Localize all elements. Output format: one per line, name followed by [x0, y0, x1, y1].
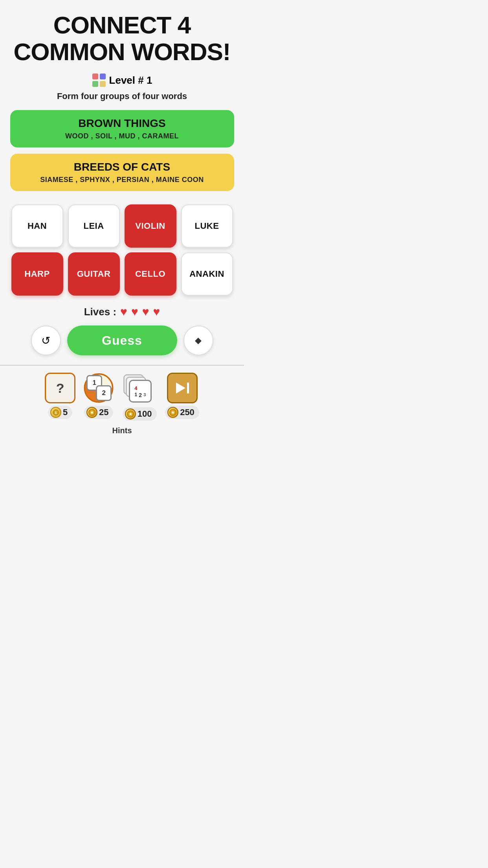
heart-4: ♥ [153, 305, 160, 318]
game-subtitle: Form four groups of four words [57, 91, 187, 101]
controls-row: ↺ Guess ◆ [31, 326, 213, 355]
hint-skip-value: 250 [180, 407, 194, 417]
svg-text:★: ★ [128, 412, 133, 416]
coin-icon-4: ★ [167, 407, 178, 418]
page-title: CONNECT 4 COMMON WORDS! [14, 12, 231, 65]
word-tile-violin[interactable]: VIOLIN [125, 204, 176, 248]
hint-question-card[interactable]: ? [45, 373, 75, 403]
shuffle-icon: ↺ [41, 334, 50, 347]
svg-text:★: ★ [171, 410, 175, 415]
category-breeds-words: SIAMESE , SPHYNX , PERSIAN , MAINE COON [18, 176, 226, 184]
hint-multi[interactable]: 4 1 3 2 ★ 100 [122, 373, 157, 421]
hint-skip-icon [167, 373, 198, 403]
heart-1: ♥ [120, 305, 127, 318]
category-brown-things: BROWN THINGS WOOD , SOIL , MUD , CARAMEL [10, 110, 234, 147]
category-brown-things-words: WOOD , SOIL , MUD , CARAMEL [18, 132, 226, 140]
erase-icon: ◆ [195, 335, 202, 346]
erase-button[interactable]: ◆ [183, 326, 213, 355]
level-label: Level # 1 [109, 74, 152, 86]
coin-icon-3: ★ [125, 408, 136, 419]
lives-row: Lives : ♥ ♥ ♥ ♥ [84, 305, 160, 318]
hint-question-cost: $ 5 [48, 406, 72, 419]
word-tile-cello[interactable]: CELLO [125, 252, 176, 296]
hint-swap-card[interactable]: 1 2 [83, 373, 114, 403]
hint-question[interactable]: ? $ 5 [45, 373, 75, 421]
hint-skip-cost: ★ 250 [165, 406, 199, 419]
word-tile-leia[interactable]: LEIA [68, 204, 120, 248]
hint-swap-value: 25 [99, 407, 108, 417]
coin-icon-2: ★ [86, 407, 97, 418]
heart-2: ♥ [131, 305, 138, 318]
svg-rect-2 [92, 81, 98, 87]
word-tile-harp[interactable]: HARP [11, 252, 63, 296]
svg-rect-12 [187, 383, 189, 394]
svg-text:★: ★ [90, 410, 94, 415]
shuffle-button[interactable]: ↺ [31, 326, 61, 355]
svg-marker-11 [176, 383, 185, 394]
hint-multi-value: 100 [138, 409, 152, 419]
svg-rect-1 [100, 74, 106, 79]
hint-multi-card[interactable]: 4 1 3 2 [122, 373, 157, 405]
svg-text:$: $ [55, 411, 57, 415]
skip-icon [174, 380, 190, 396]
hint-skip-card[interactable] [167, 373, 198, 403]
lives-label: Lives : [84, 306, 116, 318]
word-tile-han[interactable]: HAN [11, 204, 63, 248]
hint-multi-cost: ★ 100 [123, 407, 157, 421]
word-tile-luke[interactable]: LUKE [181, 204, 233, 248]
grid-icon [92, 73, 106, 87]
hints-section: ? $ 5 1 2 ★ [0, 365, 244, 435]
svg-rect-0 [92, 74, 98, 79]
guess-button[interactable]: Guess [67, 326, 177, 355]
coin-icon-1: $ [50, 407, 61, 418]
hint-skip[interactable]: ★ 250 [165, 373, 199, 421]
category-brown-things-title: BROWN THINGS [18, 117, 226, 130]
level-row: Level # 1 [92, 73, 152, 87]
hint-swap-cost: ★ 25 [84, 406, 113, 419]
category-breeds-title: BREEDS OF CATS [18, 161, 226, 173]
heart-3: ♥ [142, 305, 149, 318]
svg-rect-3 [100, 81, 106, 87]
word-grid: HANLEIAVIOLINLUKEHARPGUITARCELLOANAKIN [11, 204, 233, 296]
category-breeds-of-cats: BREEDS OF CATS SIAMESE , SPHYNX , PERSIA… [10, 154, 234, 191]
hints-row: ? $ 5 1 2 ★ [45, 373, 199, 421]
hint-question-value: 5 [63, 407, 68, 417]
hint-question-icon: ? [56, 381, 64, 396]
word-tile-anakin[interactable]: ANAKIN [181, 252, 233, 296]
hints-label: Hints [112, 426, 132, 435]
word-tile-guitar[interactable]: GUITAR [68, 252, 120, 296]
hint-swap[interactable]: 1 2 ★ 25 [83, 373, 114, 421]
